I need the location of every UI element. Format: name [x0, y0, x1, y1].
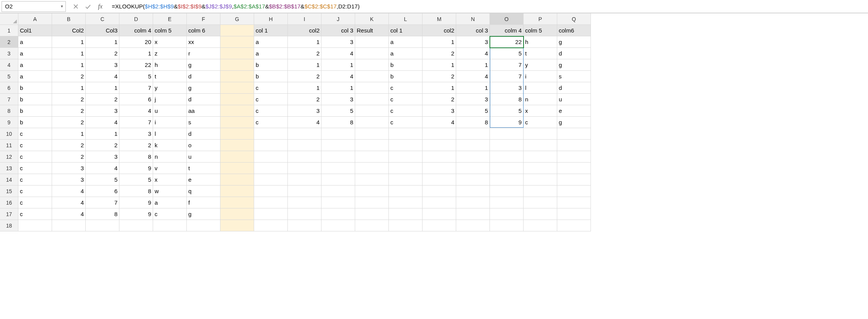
cell-F3[interactable]: r [187, 48, 220, 59]
enter-icon[interactable] [84, 3, 92, 10]
cell-H1[interactable]: col 1 [254, 25, 288, 36]
cell-A10[interactable]: c [18, 128, 52, 140]
cell-K11[interactable] [355, 140, 389, 151]
cell-G15[interactable] [220, 186, 254, 197]
cell-E8[interactable]: u [153, 105, 187, 117]
cell-L13[interactable] [389, 163, 423, 174]
cell-L11[interactable] [389, 140, 423, 151]
cell-J1[interactable]: col 3 [321, 25, 355, 36]
cell-J3[interactable]: 4 [321, 48, 355, 59]
cell-G11[interactable] [220, 140, 254, 151]
cell-O13[interactable] [490, 163, 524, 174]
column-header-C[interactable]: C [86, 13, 119, 25]
cell-K13[interactable] [355, 163, 389, 174]
cell-F14[interactable]: e [187, 174, 220, 186]
cell-O12[interactable] [490, 151, 524, 163]
row-header-15[interactable]: 15 [0, 186, 18, 197]
cell-D12[interactable]: 8 [119, 151, 153, 163]
column-header-P[interactable]: P [524, 13, 557, 25]
cell-D4[interactable]: 22 [119, 59, 153, 71]
cell-M12[interactable] [423, 151, 456, 163]
cell-P2[interactable]: h [524, 36, 557, 48]
cell-H12[interactable] [254, 151, 288, 163]
cell-O9[interactable]: 9 [490, 117, 524, 128]
cell-E16[interactable]: a [153, 197, 187, 208]
row-header-18[interactable]: 18 [0, 220, 18, 231]
cell-B13[interactable]: 3 [52, 163, 86, 174]
cell-N12[interactable] [456, 151, 490, 163]
cell-L15[interactable] [389, 186, 423, 197]
cell-H8[interactable]: c [254, 105, 288, 117]
cell-P14[interactable] [524, 174, 557, 186]
cell-O2[interactable]: 22 [490, 36, 524, 48]
column-header-A[interactable]: A [18, 13, 52, 25]
cell-Q9[interactable]: g [557, 117, 591, 128]
column-header-D[interactable]: D [119, 13, 153, 25]
cell-O4[interactable]: 7 [490, 59, 524, 71]
cell-G14[interactable] [220, 174, 254, 186]
cell-H11[interactable] [254, 140, 288, 151]
cell-J12[interactable] [321, 151, 355, 163]
cell-P11[interactable] [524, 140, 557, 151]
cell-J7[interactable]: 3 [321, 94, 355, 105]
cell-E13[interactable]: v [153, 163, 187, 174]
cell-G18[interactable] [220, 220, 254, 231]
cell-P9[interactable]: c [524, 117, 557, 128]
cell-B5[interactable]: 2 [52, 71, 86, 82]
name-box[interactable]: O2 ▾ [2, 1, 66, 12]
cell-M8[interactable]: 3 [423, 105, 456, 117]
cell-E11[interactable]: k [153, 140, 187, 151]
cell-M6[interactable]: 1 [423, 82, 456, 94]
cell-M18[interactable] [423, 220, 456, 231]
cell-A15[interactable]: c [18, 186, 52, 197]
cell-P7[interactable]: n [524, 94, 557, 105]
cell-C3[interactable]: 2 [86, 48, 119, 59]
cell-P6[interactable]: l [524, 82, 557, 94]
row-header-14[interactable]: 14 [0, 174, 18, 186]
cell-L6[interactable]: c [389, 82, 423, 94]
cell-D15[interactable]: 8 [119, 186, 153, 197]
cell-J6[interactable]: 1 [321, 82, 355, 94]
cell-D18[interactable] [119, 220, 153, 231]
cell-C17[interactable]: 8 [86, 208, 119, 220]
column-header-I[interactable]: I [288, 13, 321, 25]
cell-M16[interactable] [423, 197, 456, 208]
cell-D13[interactable]: 9 [119, 163, 153, 174]
cell-P16[interactable] [524, 197, 557, 208]
cell-G10[interactable] [220, 128, 254, 140]
cell-C2[interactable]: 1 [86, 36, 119, 48]
cell-N14[interactable] [456, 174, 490, 186]
cell-D2[interactable]: 20 [119, 36, 153, 48]
cell-O1[interactable]: colm 4 [490, 25, 524, 36]
column-header-M[interactable]: M [423, 13, 456, 25]
cell-E12[interactable]: n [153, 151, 187, 163]
column-header-K[interactable]: K [355, 13, 389, 25]
cell-N7[interactable]: 3 [456, 94, 490, 105]
cell-B17[interactable]: 4 [52, 208, 86, 220]
cell-K14[interactable] [355, 174, 389, 186]
cell-P13[interactable] [524, 163, 557, 174]
column-header-B[interactable]: B [52, 13, 86, 25]
cell-O8[interactable]: 5 [490, 105, 524, 117]
cell-N16[interactable] [456, 197, 490, 208]
cell-P5[interactable]: i [524, 71, 557, 82]
cell-B3[interactable]: 1 [52, 48, 86, 59]
cell-L18[interactable] [389, 220, 423, 231]
cell-A12[interactable]: c [18, 151, 52, 163]
cell-B11[interactable]: 2 [52, 140, 86, 151]
cell-K4[interactable] [355, 59, 389, 71]
column-header-G[interactable]: G [220, 13, 254, 25]
cell-G3[interactable] [220, 48, 254, 59]
cell-Q11[interactable] [557, 140, 591, 151]
cell-C10[interactable]: 1 [86, 128, 119, 140]
cell-I14[interactable] [288, 174, 321, 186]
cell-O16[interactable] [490, 197, 524, 208]
cell-Q10[interactable] [557, 128, 591, 140]
cell-D16[interactable]: 9 [119, 197, 153, 208]
cell-A3[interactable]: a [18, 48, 52, 59]
row-header-8[interactable]: 8 [0, 105, 18, 117]
column-header-O[interactable]: O [490, 13, 524, 25]
cell-I3[interactable]: 2 [288, 48, 321, 59]
cell-C4[interactable]: 3 [86, 59, 119, 71]
cell-D1[interactable]: colm 4 [119, 25, 153, 36]
